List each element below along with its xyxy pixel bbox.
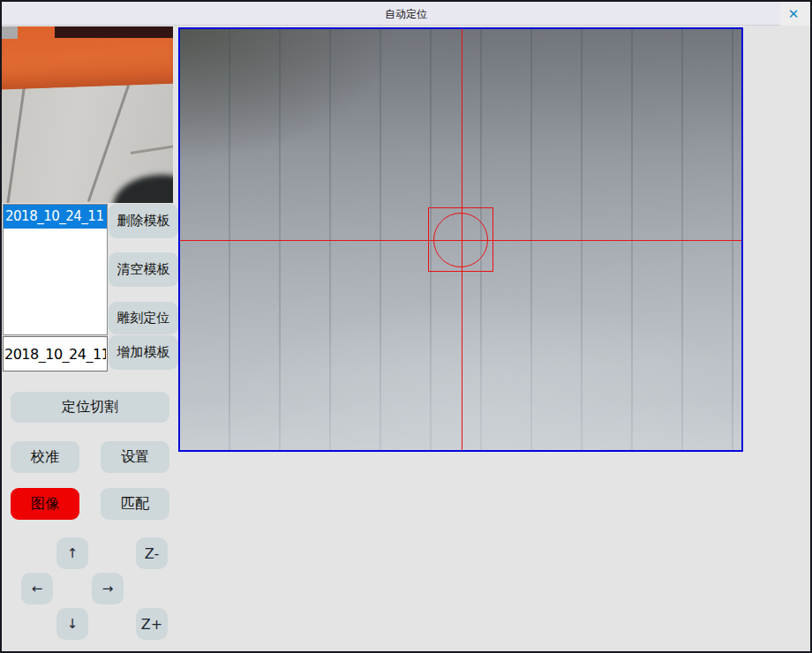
jog-up-button[interactable]: ↑: [56, 537, 88, 569]
preview-gray-patch: [2, 26, 18, 39]
calibrate-button[interactable]: 校准: [11, 441, 79, 473]
settings-button[interactable]: 设置: [101, 441, 169, 473]
window-title: 自动定位: [2, 7, 810, 22]
preview-tile-grout-line: [131, 145, 173, 154]
match-button[interactable]: 匹配: [101, 488, 169, 520]
auto-position-dialog: 自动定位 ✕ 2018_10_24_11 删除模板 清空模板 雕刻定位 增加模板…: [0, 0, 812, 653]
preview-dark-object: [113, 175, 173, 203]
jog-down-button[interactable]: ↓: [56, 608, 88, 640]
engrave-position-button[interactable]: 雕刻定位: [109, 302, 178, 334]
position-cut-button[interactable]: 定位切割: [11, 392, 169, 423]
preview-tile-grout-line: [87, 83, 131, 202]
jog-left-button[interactable]: ←: [21, 573, 53, 604]
camera-viewport[interactable]: [178, 27, 743, 452]
template-name-input[interactable]: [3, 336, 108, 372]
jog-right-button[interactable]: →: [92, 573, 124, 604]
clear-templates-button[interactable]: 清空模板: [109, 252, 178, 287]
image-button-active[interactable]: 图像: [11, 488, 79, 520]
close-icon[interactable]: ✕: [785, 5, 802, 23]
template-list-item[interactable]: 2018_10_24_11: [4, 205, 107, 229]
delete-template-button[interactable]: 删除模板: [109, 204, 178, 238]
template-list[interactable]: 2018_10_24_11: [3, 204, 108, 335]
jog-z-plus-button[interactable]: Z+: [136, 608, 168, 640]
preview-dark-strip: [55, 26, 173, 38]
titlebar: 自动定位 ✕: [2, 2, 810, 26]
preview-tile-grout-line: [6, 86, 26, 203]
add-template-button[interactable]: 增加模板: [109, 335, 178, 370]
template-match-circle: [433, 213, 488, 267]
jog-z-minus-button[interactable]: Z-: [136, 537, 168, 569]
template-preview-image: [2, 26, 173, 203]
